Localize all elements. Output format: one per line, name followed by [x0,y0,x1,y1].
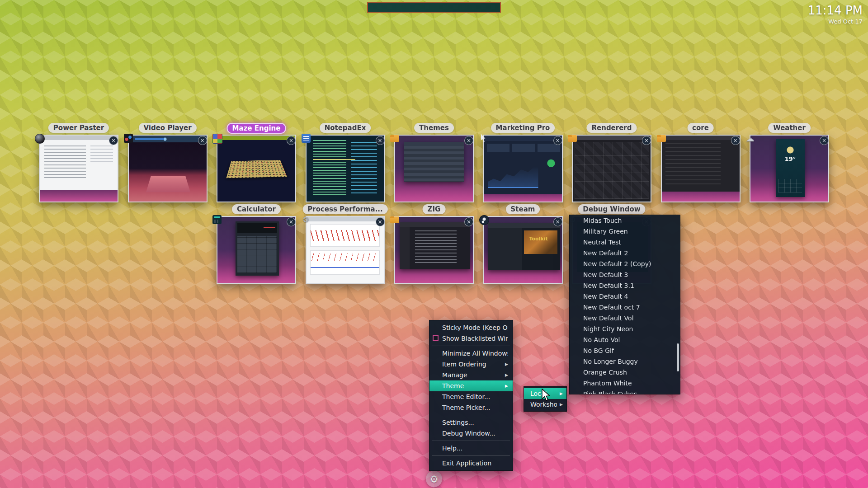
window-title-label[interactable]: Debug Window [578,204,645,214]
submenu-arrow-icon: ▶ [505,384,508,388]
close-icon[interactable]: × [642,136,651,145]
window-title-label[interactable]: NotepadEx [320,123,371,133]
thumbnail-preview: 19° [750,136,828,202]
window-thumbnail[interactable] [394,216,474,284]
theme-item-no-longer-buggy[interactable]: No Longer Buggy [570,356,680,367]
steam-icon [479,215,489,225]
theme-list-items: Midas TouchMilitary GreenNeutral TestNew… [570,215,680,394]
window-thumbnail[interactable] [572,135,651,202]
window-thumbnail[interactable] [483,135,563,202]
game-icon [212,134,222,144]
menu-item-help[interactable]: Help... [429,443,513,454]
menu-item-label: Manage [442,371,502,379]
submenu-arrow-icon: ▶ [560,391,563,396]
window-weather: Weather19°☁× [750,135,829,202]
theme-item-new-default-2[interactable]: New Default 2 [570,248,680,258]
menu-item-label: Show Blacklisted Windows [442,335,508,342]
close-icon[interactable]: × [464,217,473,226]
menu-separator [432,415,510,415]
menu-item-theme-picker[interactable]: Theme Picker... [429,402,513,413]
close-icon[interactable]: × [731,136,740,145]
menu-item-minimize-all-windows[interactable]: Minimize All Windows [429,348,513,359]
theme-item-night-city-neon[interactable]: Night City Neon [570,324,680,334]
window-title-label[interactable]: Themes [414,123,454,133]
window-thumbnail[interactable]: 19° [750,135,829,202]
menu-item-item-ordering[interactable]: Item Ordering▶ [429,359,513,370]
close-icon[interactable]: × [198,136,207,145]
theme-item-new-default-vol[interactable]: New Default Vol [570,313,680,324]
menu-item-label: Theme Editor... [442,393,508,400]
menu-item-show-blacklisted-windows[interactable]: Show Blacklisted Windows [429,333,513,344]
menu-item-manage[interactable]: Manage▶ [429,370,513,380]
window-thumbnail[interactable] [394,135,474,202]
menu-item-theme-editor[interactable]: Theme Editor... [429,391,513,402]
theme-item-new-default-3-1[interactable]: New Default 3.1 [570,280,680,291]
thumbnail-text: Toolkit [529,236,548,242]
settings-gear-button[interactable]: ⚙ [426,471,442,487]
menu-separator [432,346,510,346]
window-thumbnail[interactable] [661,135,741,202]
theme-item-no-auto-vol[interactable]: No Auto Vol [570,334,680,345]
menu-item-label: Minimize All Windows [442,350,508,357]
menu-item-theme[interactable]: Theme▶ [429,380,513,391]
window-title-label[interactable]: Power Paster [48,123,109,133]
close-icon[interactable]: × [287,217,296,226]
theme-item-new-default-oct-7[interactable]: New Default oct 7 [570,302,680,313]
theme-list-submenu: Midas TouchMilitary GreenNeutral TestNew… [569,215,680,394]
close-icon[interactable]: × [109,136,118,145]
close-icon[interactable]: × [376,136,385,145]
close-icon[interactable]: × [820,136,829,145]
folder-icon [657,135,666,142]
window-maze-engine: Maze Engine× [217,135,296,202]
menu-separator [432,455,510,456]
close-icon[interactable]: × [376,217,385,226]
window-title-label[interactable]: Weather [768,123,811,133]
window-thumbnail[interactable] [306,216,385,284]
window-title-label[interactable]: Process Performa... [302,204,387,214]
window-thumbnail[interactable]: Toolkit [483,216,563,284]
thumbnail-preview [662,136,740,202]
window-title-label[interactable]: Video Player [138,123,196,133]
menu-item-label: Settings... [442,419,508,426]
menu-item-label: Debug Window... [442,430,508,437]
menu-item-debug-window[interactable]: Debug Window... [429,428,513,439]
window-title-label[interactable]: Steam [506,204,540,214]
theme-item-neutral-test[interactable]: Neutral Test [570,237,680,248]
window-title-label[interactable]: Maze Engine [227,123,286,134]
theme-item-new-default-2-copy[interactable]: New Default 2 (Copy) [570,258,680,269]
theme-item-pink-black-cubes[interactable]: Pink Black Cubes [570,389,680,394]
close-icon[interactable]: × [553,136,562,145]
window-process-performa: Process Performa...⚙× [306,216,385,284]
theme-item-new-default-3[interactable]: New Default 3 [570,269,680,280]
ball-icon [35,134,45,144]
window-thumbnail[interactable] [39,135,118,202]
menu-item-sticky-mode-keep-open[interactable]: Sticky Mode (Keep Open) [429,322,513,333]
window-title-label[interactable]: Rendererd [586,123,637,133]
theme-item-midas-touch[interactable]: Midas Touch [570,215,680,226]
theme-item-military-green[interactable]: Military Green [570,226,680,237]
close-icon[interactable]: × [464,136,473,145]
theme-item-orange-crush[interactable]: Orange Crush [570,367,680,378]
close-icon[interactable]: × [287,136,296,145]
checkbox-icon[interactable] [433,335,439,341]
menu-item-settings[interactable]: Settings... [429,417,513,428]
window-thumbnail[interactable] [217,135,296,202]
window-zig: ZIG× [394,216,474,284]
menu-item-label: Item Ordering [442,361,502,368]
folder-icon [568,135,577,142]
window-title-label[interactable]: Marketing Pro [491,123,555,133]
window-title-label[interactable]: Calculator [232,204,281,214]
scrollbar-thumb[interactable] [677,343,679,371]
close-icon[interactable]: × [553,217,562,226]
theme-item-no-bg-gif[interactable]: No BG Gif [570,345,680,356]
window-title-label[interactable]: ZIG [423,204,446,214]
window-title-label[interactable]: core [687,123,714,133]
submenu-arrow-icon: ▶ [505,362,508,366]
theme-item-phantom-white[interactable]: Phantom White [570,378,680,389]
menu-item-exit-application[interactable]: Exit Application [429,458,513,469]
window-thumbnail[interactable] [128,135,208,202]
window-thumbnail[interactable] [306,135,385,202]
desktop-background[interactable]: 11:14 PM Wed Oct 17 Power Paster×Video P… [0,0,868,488]
window-thumbnail[interactable] [217,216,296,284]
theme-item-new-default-4[interactable]: New Default 4 [570,291,680,302]
